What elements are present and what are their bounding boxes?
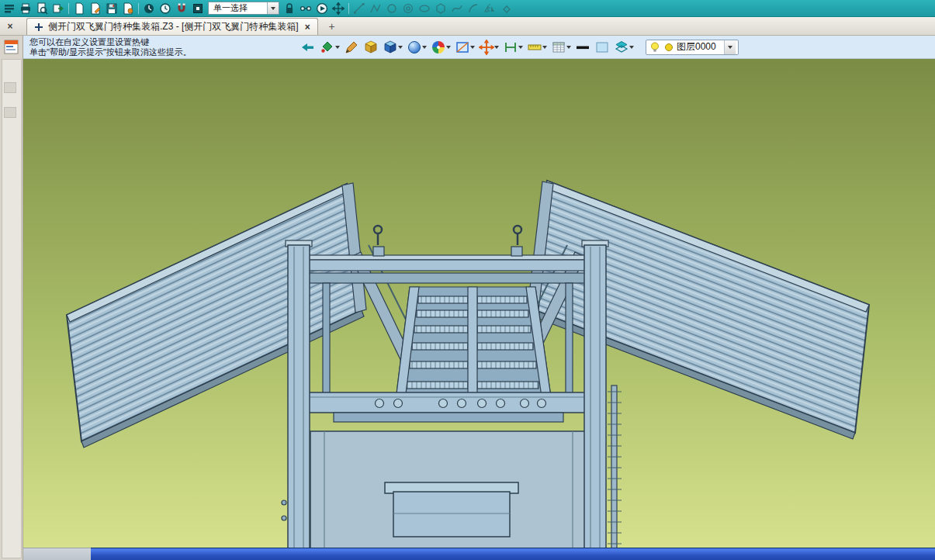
thick-line-icon[interactable]: [575, 39, 590, 56]
document-tab[interactable]: 侧开门双飞翼门特种集装箱.Z3 - [侧开门双飞翼门特种集装箱] ×: [26, 18, 318, 35]
selection-mode-dropdown[interactable]: 单一选择: [208, 2, 279, 15]
grid-table-icon[interactable]: [551, 39, 571, 56]
selection-mode-value: 单一选择: [213, 2, 261, 14]
circle-tool-icon[interactable]: [386, 2, 398, 15]
concentric-circles-icon[interactable]: [402, 2, 414, 15]
tab-bar: × 侧开门双飞翼门特种集装箱.Z3 - [侧开门双飞翼门特种集装箱] × +: [0, 17, 935, 36]
taskbar-strip: [23, 548, 935, 560]
layer-dropdown[interactable]: 图层0000: [646, 40, 739, 55]
line-tool-icon[interactable]: [353, 2, 365, 15]
sidebar-panel: [2, 59, 22, 558]
cube-yellow-icon[interactable]: [363, 39, 379, 56]
dimension-icon[interactable]: [503, 39, 523, 56]
layers-icon[interactable]: [614, 39, 634, 56]
hint-line-1: 您可以在自定义设置里设置热键: [29, 37, 300, 47]
tab-close-icon[interactable]: ×: [305, 22, 310, 33]
clock-icon[interactable]: [159, 2, 171, 15]
spline-tool-icon[interactable]: [451, 2, 463, 15]
printer-icon[interactable]: [19, 2, 32, 15]
magnet-icon[interactable]: [175, 2, 188, 15]
app-menu-icon[interactable]: [3, 2, 16, 15]
edit-document-icon[interactable]: [89, 2, 102, 15]
statusbar-corner: [23, 548, 91, 560]
layer-dropdown-value: 图层0000: [677, 40, 716, 54]
top-toolbar: 单一选择: [0, 0, 935, 17]
toolbar-separator: [348, 3, 349, 14]
record-box-icon[interactable]: [192, 2, 204, 15]
arc-tool-icon[interactable]: [467, 2, 480, 15]
brush-icon[interactable]: [344, 39, 359, 56]
ribbon-toolbar: 您可以在自定义设置里设置热键 单击"帮助/显示提示"按钮来取消这些提示。 图层0…: [0, 36, 935, 59]
layer-color-dot: [664, 43, 674, 52]
repaint-icon[interactable]: [320, 39, 340, 56]
color-wheel-icon[interactable]: [431, 39, 451, 56]
new-document-icon[interactable]: [73, 2, 85, 15]
new-tab-button[interactable]: +: [323, 18, 341, 35]
print-preview-icon[interactable]: [36, 2, 48, 15]
windows-taskbar[interactable]: [91, 548, 935, 560]
link-nodes-icon[interactable]: [300, 2, 312, 15]
shaded-sphere-icon[interactable]: [407, 39, 427, 56]
mirror-tool-icon[interactable]: [483, 2, 496, 15]
eraser-tool-icon[interactable]: [500, 2, 512, 15]
ellipse-tool-icon[interactable]: [418, 2, 431, 15]
viewport: [23, 59, 935, 560]
left-sidebar: [0, 36, 23, 560]
ruler-icon[interactable]: [527, 39, 547, 56]
lock-icon[interactable]: [283, 2, 296, 15]
cube-blue-icon[interactable]: [383, 39, 403, 56]
hint-text: 您可以在自定义设置里设置热键 单击"帮助/显示提示"按钮来取消这些提示。: [0, 37, 300, 57]
polyline-tool-icon[interactable]: [369, 2, 382, 15]
ribbon-icons: 图层0000: [300, 39, 739, 56]
hint-line-2: 单击"帮助/显示提示"按钮来取消这些提示。: [29, 47, 300, 57]
tab-title: 侧开门双飞翼门特种集装箱.Z3 - [侧开门双飞翼门特种集装箱]: [48, 20, 299, 33]
sidebar-close-icon[interactable]: ×: [0, 18, 20, 35]
export-icon[interactable]: [52, 2, 64, 15]
toolbar-separator: [68, 3, 69, 14]
hinge-beam[interactable]: [309, 392, 587, 413]
manager-panel-icon[interactable]: [4, 40, 19, 57]
move-target-icon[interactable]: [479, 39, 499, 56]
document-settings-icon[interactable]: [122, 2, 134, 15]
viewport-canvas[interactable]: [23, 59, 935, 560]
swatch-icon[interactable]: [594, 39, 610, 56]
lightbulb-icon[interactable]: [649, 41, 661, 54]
tab-file-icon: [34, 22, 43, 32]
chevron-down-icon[interactable]: [267, 2, 279, 14]
back-icon[interactable]: [300, 39, 316, 56]
history-icon[interactable]: [143, 2, 155, 15]
sidebar-tool-icon[interactable]: [4, 82, 16, 93]
equipment-box[interactable]: [385, 482, 518, 537]
save-icon[interactable]: [106, 2, 118, 15]
chevron-down-icon[interactable]: [724, 40, 736, 54]
right-column[interactable]: [582, 240, 608, 560]
pan-arrows-icon[interactable]: [332, 2, 345, 15]
toolbar-separator: [138, 3, 139, 14]
sidebar-tool-icon[interactable]: [4, 107, 16, 118]
polygon-tool-icon[interactable]: [435, 2, 447, 15]
section-frame-icon[interactable]: [455, 39, 475, 56]
play-circle-icon[interactable]: [316, 2, 328, 15]
